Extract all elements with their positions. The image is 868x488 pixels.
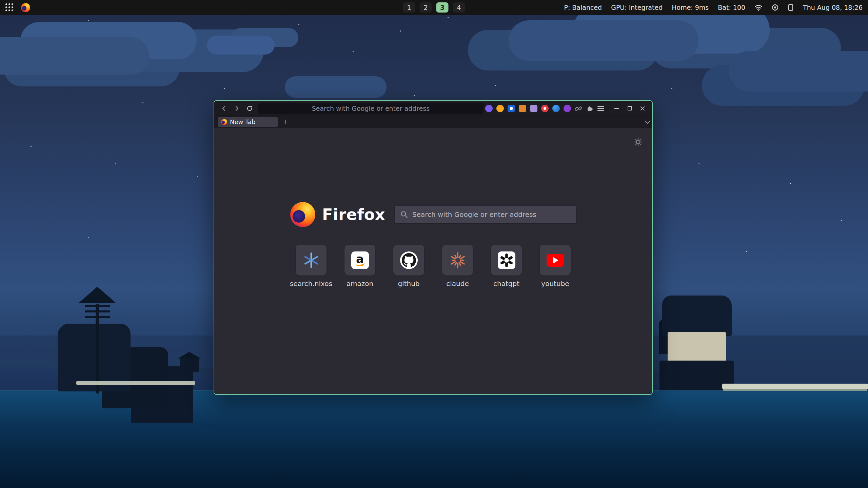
new-tab-button[interactable] <box>281 118 290 126</box>
minimize-button[interactable] <box>611 103 622 114</box>
firefox-logo <box>290 202 315 227</box>
workspace-2[interactable]: 2 <box>420 2 432 13</box>
workspace-4[interactable]: 4 <box>453 2 465 13</box>
status-bar: 1 2 3 4 P: Balanced GPU: Integrated Home… <box>0 0 868 15</box>
firefox-launcher-icon[interactable] <box>21 3 30 12</box>
toolbar-extensions <box>485 103 648 114</box>
power-profile-status: P: Balanced <box>564 4 602 11</box>
extension-icon-5[interactable] <box>530 104 538 113</box>
shortcut-chatgpt[interactable]: chatgpt <box>491 245 522 288</box>
firefox-window: New Tab Firefox <box>214 100 653 395</box>
bluetooth-icon[interactable] <box>772 4 778 11</box>
shortcut-label: amazon <box>347 280 373 288</box>
newtab-search-bar <box>395 206 576 223</box>
maximize-button[interactable] <box>624 103 635 114</box>
shortcut-github[interactable]: github <box>393 245 424 288</box>
wifi-icon[interactable] <box>754 4 763 11</box>
search-icon <box>400 210 408 219</box>
extension-icon-8[interactable] <box>563 104 571 113</box>
nixos-snowflake-icon <box>303 252 320 269</box>
shortcut-amazon[interactable]: a amazon <box>344 245 375 288</box>
shortcut-label: github <box>398 280 419 288</box>
ocean <box>0 390 868 488</box>
tab-bar: New Tab <box>214 116 652 128</box>
island-right <box>653 296 741 390</box>
close-button[interactable] <box>637 103 648 114</box>
browser-toolbar <box>214 101 652 116</box>
claude-starburst-icon <box>449 252 466 269</box>
tab-title: New Tab <box>230 118 255 125</box>
battery-status: Bat: 100 <box>718 4 745 11</box>
status-tray: P: Balanced GPU: Integrated Home: 9ms Ba… <box>564 4 863 11</box>
back-button[interactable] <box>218 103 230 114</box>
forward-button[interactable] <box>231 103 243 114</box>
workspace-1[interactable]: 1 <box>403 2 415 13</box>
personalize-gear-icon[interactable] <box>634 138 643 148</box>
youtube-play-icon <box>547 254 564 267</box>
shortcut-claude[interactable]: claude <box>442 245 473 288</box>
tab-new-tab[interactable]: New Tab <box>218 117 278 127</box>
hut <box>180 358 199 372</box>
app-launcher-icon[interactable] <box>5 3 14 12</box>
url-input[interactable] <box>258 103 484 114</box>
workspace-switcher: 1 2 3 4 <box>403 0 465 15</box>
tab-list-chevron-icon[interactable] <box>645 119 650 124</box>
window-controls <box>611 103 648 114</box>
beach-left <box>76 381 195 385</box>
extensions-puzzle-icon[interactable] <box>586 104 594 113</box>
firefox-favicon <box>221 119 227 125</box>
extension-icon-1[interactable] <box>485 104 493 113</box>
beach-right <box>722 384 868 389</box>
shortcut-search-nixos[interactable]: search.nixos <box>296 245 327 288</box>
shortcut-label: search.nixos <box>290 280 332 288</box>
clock: Thu Aug 08, 18:26 <box>803 4 863 11</box>
gpu-status: GPU: Integrated <box>611 4 663 11</box>
extension-icon-4[interactable] <box>518 104 527 113</box>
extension-icon-3[interactable] <box>507 104 515 113</box>
shortcut-label: youtube <box>541 280 569 288</box>
reload-button[interactable] <box>244 103 255 114</box>
workspace-3-active[interactable]: 3 <box>436 2 449 13</box>
shortcut-tiles: search.nixos a amazon github <box>296 245 571 288</box>
display-icon[interactable] <box>788 4 794 11</box>
menu-hamburger-icon[interactable] <box>597 104 605 113</box>
extension-icon-7[interactable] <box>552 104 560 113</box>
shortcut-label: chatgpt <box>493 280 519 288</box>
link-icon[interactable] <box>574 104 583 113</box>
amazon-icon: a <box>351 251 369 269</box>
chatgpt-knot-icon <box>498 251 515 269</box>
newtab-search-input[interactable] <box>412 210 571 219</box>
url-bar <box>258 103 484 114</box>
new-tab-page: Firefox search.nixos <box>214 128 652 394</box>
github-octocat-icon <box>400 251 418 269</box>
extension-icon-6[interactable] <box>541 104 549 113</box>
ping-status: Home: 9ms <box>672 4 709 11</box>
island-left <box>58 291 203 390</box>
shortcut-label: claude <box>446 280 469 288</box>
firefox-hero: Firefox <box>290 202 576 227</box>
shortcut-youtube[interactable]: youtube <box>540 245 571 288</box>
firefox-wordmark: Firefox <box>322 205 385 224</box>
extension-icon-2[interactable] <box>496 104 504 113</box>
